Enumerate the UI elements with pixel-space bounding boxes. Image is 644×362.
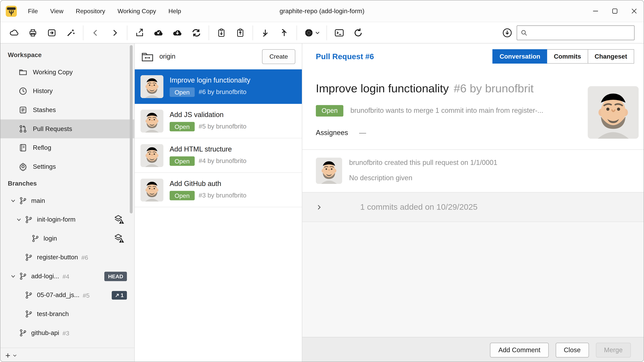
menu-view[interactable]: View xyxy=(44,0,70,22)
branch-label: main xyxy=(31,197,45,205)
push-button[interactable] xyxy=(275,24,294,41)
branch-label: register-button xyxy=(37,254,78,261)
expander-chevron-icon[interactable] xyxy=(8,198,18,204)
maximize-button[interactable] xyxy=(605,0,624,22)
fetch-button[interactable] xyxy=(149,24,168,41)
pull-cloud-icon xyxy=(172,27,183,38)
minimize-button[interactable] xyxy=(586,0,605,22)
branch-test-branch[interactable]: test-branch xyxy=(0,305,134,324)
branch-label: add-logi... xyxy=(31,273,59,280)
expander-chevron-icon[interactable] xyxy=(8,273,18,279)
merge-button[interactable]: Merge xyxy=(596,343,631,357)
share-button[interactable] xyxy=(130,24,149,41)
stash-save-button[interactable] xyxy=(212,24,231,41)
close-pr-button[interactable]: Close xyxy=(556,343,589,357)
tab-changeset[interactable]: Changeset xyxy=(588,49,634,64)
branch-add-login-form[interactable]: add-logi... #4 HEAD xyxy=(0,267,134,286)
pr-list-item[interactable]: Add HTML structure Open #4 by brunofbrit… xyxy=(135,138,302,173)
push-arrow-icon xyxy=(115,293,120,298)
print-button[interactable] xyxy=(24,24,42,41)
history-clock-icon xyxy=(18,87,28,96)
quick-actions-button[interactable] xyxy=(61,24,80,41)
pr-list-item[interactable]: Add JS validation Open #5 by brunofbrito xyxy=(135,104,302,138)
branch-icon xyxy=(18,272,28,280)
pr-heading: Improve login functionality xyxy=(316,82,449,95)
menu-file[interactable]: File xyxy=(22,0,44,22)
pull-cloud-button[interactable] xyxy=(168,24,187,41)
forward-button[interactable] xyxy=(105,24,124,41)
status-badge: Open xyxy=(170,122,194,131)
pr-number: #5 xyxy=(83,292,90,299)
detail-title: Pull Request #6 xyxy=(316,52,374,61)
pr-meta: #5 by brunofbrito xyxy=(199,123,246,130)
add-comment-button[interactable]: Add Comment xyxy=(490,343,548,357)
branch-login[interactable]: login xyxy=(0,229,134,248)
sidebar-scrollbar-thumb[interactable] xyxy=(130,45,133,214)
pull-request-icon xyxy=(18,124,28,133)
sidebar-item-label: Working Copy xyxy=(33,68,73,76)
folder-icon xyxy=(18,68,28,77)
open-repo-button[interactable] xyxy=(42,24,61,41)
close-button[interactable] xyxy=(624,0,644,22)
sidebar-item-stashes[interactable]: Stashes xyxy=(0,100,134,119)
branch-main[interactable]: main xyxy=(0,191,134,210)
print-icon xyxy=(28,28,38,37)
cloud-icon xyxy=(9,28,19,37)
sidebar-item-label: Stashes xyxy=(33,106,56,114)
sidebar-item-working-copy[interactable]: Working Copy xyxy=(0,63,134,82)
search-input[interactable] xyxy=(531,29,631,36)
pr-list-item[interactable]: Improve login functionality Open #6 by b… xyxy=(135,69,302,104)
pr-title: Improve login functionality xyxy=(170,76,250,84)
pr-number: #4 xyxy=(62,273,70,280)
chevron-down-icon[interactable] xyxy=(12,353,18,358)
detail-footer: Add Comment Close Merge xyxy=(302,337,644,362)
sidebar-item-pull-requests[interactable]: Pull Requests xyxy=(0,119,134,138)
add-repository-button[interactable]: + xyxy=(5,351,10,360)
back-button[interactable] xyxy=(86,24,105,41)
pr-meta: #3 by brunofbrito xyxy=(199,192,246,199)
branch-github-api[interactable]: github-api #3 xyxy=(0,324,134,343)
sidebar-footer: + xyxy=(0,348,134,362)
toolbar-divider xyxy=(326,25,327,40)
menu-working-copy[interactable]: Working Copy xyxy=(111,0,162,22)
branch-init-login-form[interactable]: init-login-form xyxy=(0,210,134,229)
clipboard-down-icon xyxy=(216,28,226,37)
account-menu-button[interactable] xyxy=(300,24,324,41)
remote-cloud-button[interactable] xyxy=(4,24,24,41)
workspace-header: Workspace xyxy=(0,48,134,63)
branch-icon xyxy=(24,253,33,261)
tab-conversation[interactable]: Conversation xyxy=(492,49,547,64)
stacked-branch-warning-icon xyxy=(114,234,124,243)
updates-button[interactable] xyxy=(498,24,517,41)
stash-pop-button[interactable] xyxy=(231,24,250,41)
terminal-icon xyxy=(334,27,344,38)
commits-group-row[interactable]: 1 commits added on 10/29/2025 xyxy=(302,192,644,222)
sidebar-item-label: Reflog xyxy=(33,144,51,151)
menubar: File View Repository Working Copy Help xyxy=(22,0,187,22)
branch-05-07-add-js[interactable]: 05-07-add_js... #5 1 xyxy=(0,286,134,305)
create-pr-button[interactable]: Create xyxy=(262,49,295,64)
expander-chevron-icon[interactable] xyxy=(14,217,24,222)
push-count-badge: 1 xyxy=(112,291,127,299)
sidebar-item-history[interactable]: History xyxy=(0,82,134,100)
collapse-chevron-icon[interactable] xyxy=(316,204,322,210)
menu-repository[interactable]: Repository xyxy=(70,0,111,22)
sync-button[interactable] xyxy=(187,24,206,41)
fetch-cloud-icon xyxy=(153,27,164,38)
detail-tabs: Conversation Commits Changeset xyxy=(493,49,634,64)
toolbar-divider xyxy=(127,25,127,40)
branch-icon xyxy=(18,197,28,205)
menu-help[interactable]: Help xyxy=(162,0,187,22)
branch-register-button[interactable]: register-button #6 xyxy=(0,248,134,267)
pr-created-comment: brunofbrito created this pull request on… xyxy=(302,150,644,192)
branch-label: github-api xyxy=(31,329,59,337)
sidebar-item-reflog[interactable]: Reflog xyxy=(0,138,134,157)
terminal-button[interactable] xyxy=(330,24,349,41)
refresh-button[interactable] xyxy=(349,24,368,41)
refresh-icon xyxy=(353,27,364,38)
pr-list-item[interactable]: Add GitHub auth Open #3 by brunofbrito xyxy=(135,173,302,207)
branch-label: login xyxy=(44,235,57,242)
sidebar-item-settings[interactable]: Settings xyxy=(0,157,134,176)
pull-button[interactable] xyxy=(256,24,275,41)
tab-commits[interactable]: Commits xyxy=(547,49,588,64)
